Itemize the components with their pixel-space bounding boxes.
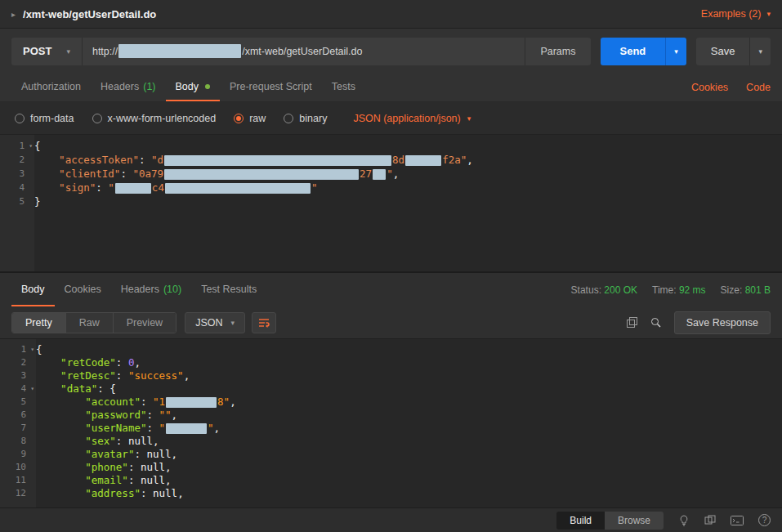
url-input[interactable]: http:// /xmt-web/getUserDetail.do	[83, 38, 525, 65]
request-tabs: Authorization Headers (1) Body Pre-reque…	[0, 74, 782, 102]
response-tab-headers[interactable]: Headers (10)	[111, 273, 191, 306]
code-line: 10 "phone": null,	[0, 461, 782, 474]
code-line: 9 "avatar": null,	[0, 448, 782, 461]
send-button[interactable]: Send	[601, 38, 666, 65]
radio-raw[interactable]: raw	[234, 113, 266, 124]
line-number: 2	[0, 153, 34, 167]
method-select[interactable]: POST ▾	[11, 38, 83, 65]
radio-label: form-data	[30, 113, 74, 124]
search-response-button[interactable]	[650, 317, 661, 328]
save-response-button[interactable]: Save Response	[674, 311, 771, 334]
redaction-block	[164, 155, 391, 166]
tab-label: Headers	[121, 284, 159, 295]
chevron-down-icon: ▾	[766, 10, 771, 18]
radio-label: raw	[249, 113, 266, 124]
toolbar-right: Save Response	[627, 311, 771, 334]
line-number: 10	[0, 461, 36, 474]
wrap-lines-button[interactable]	[252, 312, 276, 333]
body-content-dot	[205, 84, 210, 89]
response-body-editor[interactable]: 1▾{2 "retCode": 0,3 "retDesc": "success"…	[0, 339, 782, 507]
send-dropdown-caret[interactable]: ▾	[665, 38, 686, 65]
view-raw-button[interactable]: Raw	[66, 313, 114, 333]
save-button[interactable]: Save	[696, 38, 750, 65]
radio-label: binary	[299, 113, 327, 124]
code-line: 5 "account": "18",	[0, 396, 782, 409]
help-button[interactable]: ?	[758, 514, 771, 526]
interceptor-button[interactable]	[678, 515, 690, 526]
lightbulb-icon	[678, 515, 690, 526]
radio-binary[interactable]: binary	[284, 113, 327, 124]
redaction-block	[405, 155, 441, 166]
code-line: 7 "userName": "",	[0, 422, 782, 435]
response-tab-test-results[interactable]: Test Results	[191, 273, 266, 306]
request-builder-bar: POST ▾ http:// /xmt-web/getUserDetail.do…	[0, 29, 782, 74]
redaction-block	[373, 169, 386, 180]
line-number: 5	[0, 396, 36, 409]
radio-x-www-form-urlencoded[interactable]: x-www-form-urlencoded	[92, 113, 217, 124]
radio-selected-icon	[234, 114, 244, 123]
code-line: 2 "accessToken": "d8df2a",	[0, 153, 782, 167]
tab-body[interactable]: Body	[166, 74, 221, 101]
tab-label: Cookies	[65, 284, 101, 295]
two-pane-view-button[interactable]	[704, 515, 716, 526]
two-pane-icon	[704, 515, 716, 526]
copy-icon	[627, 317, 637, 328]
url-suffix: /xmt-web/getUserDetail.do	[242, 46, 362, 57]
redaction-block	[165, 183, 311, 194]
code-line: 1▾{	[0, 139, 782, 153]
fold-toggle-icon[interactable]: ▾	[29, 139, 33, 153]
disclosure-caret-icon[interactable]: ▸	[11, 10, 16, 19]
tab-pre-request-script[interactable]: Pre-request Script	[220, 74, 322, 101]
tab-label: Test Results	[201, 284, 257, 295]
line-number: 3	[0, 369, 36, 382]
chevron-down-icon: ▾	[66, 47, 70, 56]
console-button[interactable]	[731, 516, 744, 525]
radio-icon	[284, 114, 293, 123]
fold-toggle-icon[interactable]: ▾	[30, 343, 34, 356]
method-label: POST	[23, 45, 51, 57]
content-type-dropdown[interactable]: JSON (application/json) ▾	[353, 113, 471, 124]
cookies-link[interactable]: Cookies	[691, 82, 728, 93]
tab-label: Headers	[101, 81, 139, 92]
build-toggle-button[interactable]: Build	[556, 512, 605, 530]
tab-headers[interactable]: Headers (1)	[91, 74, 166, 101]
radio-form-data[interactable]: form-data	[15, 113, 74, 124]
view-preview-button[interactable]: Preview	[114, 313, 176, 333]
response-tabs: Body Cookies Headers (10) Test Results S…	[0, 272, 782, 306]
url-group: POST ▾ http:// /xmt-web/getUserDetail.do…	[11, 38, 591, 65]
redaction-block	[118, 44, 241, 58]
line-number: 9	[0, 448, 36, 461]
redaction-block	[166, 423, 207, 434]
examples-dropdown[interactable]: Examples (2) ▾	[701, 8, 771, 20]
fold-toggle-icon[interactable]: ▾	[30, 382, 34, 396]
url-prefix: http://	[92, 46, 118, 57]
redaction-block	[164, 169, 359, 180]
code-line: 5}	[0, 194, 782, 208]
tab-authorization[interactable]: Authorization	[11, 74, 91, 101]
line-number: 4▾	[0, 382, 36, 396]
save-dropdown-caret[interactable]: ▾	[749, 38, 771, 65]
line-number: 6	[0, 409, 36, 422]
copy-response-button[interactable]	[627, 317, 637, 328]
view-mode-segment: Pretty Raw Preview	[11, 312, 177, 333]
browse-toggle-button[interactable]: Browse	[605, 512, 664, 530]
request-title-bar: ▸ /xmt-web/getUserDetail.do Examples (2)…	[0, 0, 782, 29]
code-line: 3 "clientId": "0a7927",	[0, 167, 782, 181]
code-link[interactable]: Code	[746, 82, 771, 93]
response-format-dropdown[interactable]: JSON ▾	[185, 312, 245, 333]
request-body-editor[interactable]: 1▾{2 "accessToken": "d8df2a",3 "clientId…	[0, 135, 782, 272]
wrap-lines-icon	[258, 318, 270, 328]
redaction-block	[115, 183, 151, 194]
line-number: 4	[0, 181, 34, 194]
tab-tests[interactable]: Tests	[322, 74, 365, 101]
tab-label: Authorization	[21, 81, 81, 92]
code-line: 4 "sign": "c4"	[0, 181, 782, 194]
params-button[interactable]: Params	[525, 38, 590, 65]
tabs-right-links: Cookies Code	[691, 74, 771, 101]
view-pretty-button[interactable]: Pretty	[12, 313, 66, 333]
code-line: 2 "retCode": 0,	[0, 356, 782, 369]
status-bar: Build Browse ?	[0, 507, 782, 532]
radio-icon	[15, 114, 25, 123]
response-tab-body[interactable]: Body	[11, 273, 55, 306]
response-tab-cookies[interactable]: Cookies	[55, 273, 111, 306]
